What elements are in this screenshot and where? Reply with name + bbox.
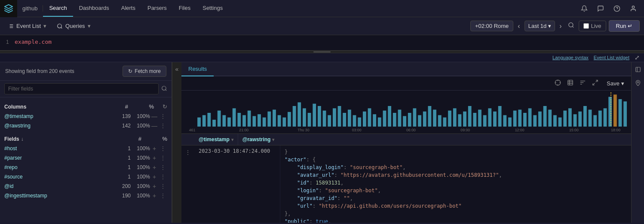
- event-list-button[interactable]: Event List ▾: [4, 21, 50, 31]
- live-checkbox[interactable]: [583, 23, 589, 29]
- svg-line-14: [166, 89, 167, 91]
- notification-icon[interactable]: [578, 2, 591, 15]
- column-timestamp-more[interactable]: ⋮: [159, 113, 167, 119]
- svg-rect-103: [523, 113, 527, 127]
- field-source-more[interactable]: ⋮: [159, 174, 167, 180]
- panel-icon[interactable]: [633, 65, 643, 76]
- expand-icon[interactable]: ⤢: [635, 54, 640, 61]
- svg-rect-99: [503, 115, 506, 127]
- language-syntax-link[interactable]: Language syntax: [552, 55, 589, 60]
- svg-text:Thu 30: Thu 30: [297, 127, 309, 132]
- nav-item-settings[interactable]: Settings: [196, 0, 229, 17]
- svg-rect-111: [563, 111, 567, 127]
- search-time-icon[interactable]: [566, 20, 576, 32]
- column-timestamp-minus[interactable]: —: [150, 113, 159, 120]
- fetch-more-button[interactable]: ↻ Fetch more: [123, 66, 166, 77]
- fullscreen-button[interactable]: [591, 78, 600, 88]
- column-rawstring-more[interactable]: ⋮: [159, 123, 167, 129]
- row-expand-button[interactable]: ⋮: [181, 145, 194, 223]
- time-range-selector[interactable]: Last 1d ▾: [524, 21, 555, 31]
- live-label: Live: [591, 23, 601, 29]
- map-icon[interactable]: [633, 78, 643, 89]
- svg-rect-83: [423, 112, 426, 127]
- field-repo-name[interactable]: #repo: [4, 164, 113, 170]
- collapse-panel-button[interactable]: «: [172, 62, 181, 223]
- next-time-button[interactable]: ›: [558, 21, 563, 32]
- chat-icon[interactable]: [594, 2, 607, 15]
- nav-org: github: [17, 5, 43, 12]
- event-list-widget-link[interactable]: Event List widget: [594, 55, 629, 60]
- right-panel: Results Save ▾ 461: [181, 62, 631, 223]
- user-icon[interactable]: [627, 2, 640, 15]
- fields-header: Fields ↓ # %: [4, 134, 167, 144]
- svg-rect-95: [483, 115, 487, 127]
- column-rawstring-name[interactable]: @rawstring: [4, 123, 113, 129]
- column-timestamp-name[interactable]: @timestamp: [4, 113, 113, 119]
- field-source-plus[interactable]: +: [150, 173, 159, 180]
- svg-rect-65: [333, 108, 336, 127]
- svg-rect-48: [248, 111, 251, 127]
- svg-rect-59: [303, 108, 306, 127]
- query-line: 1 example.com: [6, 39, 638, 45]
- collapse-icon: «: [175, 66, 179, 73]
- field-repo-more[interactable]: ⋮: [159, 164, 167, 170]
- nav-item-search[interactable]: Search: [43, 0, 73, 17]
- th-timestamp[interactable]: @timestamp ▾: [194, 134, 238, 145]
- th-rawstring-sort-icon: ▾: [272, 137, 274, 142]
- field-parser-plus[interactable]: +: [150, 154, 159, 161]
- query-text[interactable]: example.com: [15, 39, 52, 45]
- field-ingest-plus[interactable]: +: [150, 192, 159, 199]
- row-rawstring: } "actor": { "display_login": "sourcegra…: [280, 145, 631, 223]
- field-host-more[interactable]: ⋮: [159, 145, 167, 151]
- th-rawstring-label: @rawstring: [242, 136, 271, 142]
- field-repo-plus[interactable]: +: [150, 164, 159, 171]
- field-parser-more[interactable]: ⋮: [159, 155, 167, 161]
- svg-text:21:00: 21:00: [239, 127, 248, 132]
- help-icon[interactable]: [610, 2, 623, 15]
- chart-area: 461 21:00 Thu 30 03:00 06:00 09:00 12:00…: [181, 91, 631, 133]
- th-rawstring[interactable]: @rawstring ▾: [238, 134, 631, 145]
- filter-fields-input[interactable]: [4, 83, 159, 94]
- svg-point-2: [632, 6, 634, 8]
- field-id-name[interactable]: @id: [4, 183, 113, 189]
- showing-info: Showing field from 200 events ↻ Fetch mo…: [0, 62, 172, 81]
- sort-tool-button[interactable]: [578, 78, 587, 88]
- field-source-name[interactable]: #source: [4, 174, 113, 180]
- field-ingest-pct: 100%: [131, 193, 150, 199]
- field-id-count: 200: [113, 183, 131, 189]
- svg-rect-66: [338, 106, 341, 127]
- field-host-plus[interactable]: +: [150, 145, 159, 152]
- filter-search-icon[interactable]: [161, 85, 167, 93]
- svg-rect-43: [222, 115, 226, 127]
- live-toggle[interactable]: Live: [579, 21, 606, 31]
- queries-button[interactable]: Queries ▾: [53, 21, 94, 31]
- timezone-selector[interactable]: +02:00 Rome: [470, 21, 513, 31]
- svg-line-27: [596, 80, 598, 82]
- field-id-plus[interactable]: +: [150, 183, 159, 190]
- crosshair-tool-button[interactable]: [553, 78, 562, 88]
- svg-rect-113: [573, 114, 577, 127]
- nav-item-files[interactable]: Files: [173, 0, 196, 17]
- tab-results[interactable]: Results: [181, 62, 214, 76]
- nav-item-parsers[interactable]: Parsers: [141, 0, 173, 17]
- fields-title: Fields ↓: [4, 136, 24, 142]
- field-host-name[interactable]: #host: [4, 145, 113, 151]
- svg-rect-91: [463, 112, 466, 127]
- run-button[interactable]: Run ↵: [609, 20, 640, 32]
- prev-time-button[interactable]: ‹: [516, 21, 521, 32]
- column-rawstring-minus[interactable]: —: [150, 122, 159, 129]
- nav-item-alerts[interactable]: Alerts: [115, 0, 141, 17]
- save-button[interactable]: Save ▾: [603, 79, 628, 88]
- field-id-more[interactable]: ⋮: [159, 183, 167, 189]
- nav-item-dashboards[interactable]: Dashboards: [73, 0, 115, 17]
- field-ingest-more[interactable]: ⋮: [159, 193, 167, 199]
- event-list-chevron: ▾: [43, 23, 46, 29]
- field-parser-name[interactable]: #parser: [4, 155, 113, 161]
- field-repo-pct: 100%: [131, 164, 150, 170]
- svg-line-28: [593, 83, 595, 85]
- field-parser-pct: 100%: [131, 155, 150, 161]
- field-ingest-name[interactable]: @ingesttimestamp: [4, 193, 113, 199]
- columns-refresh-icon[interactable]: ↻: [163, 103, 167, 110]
- th-timestamp-sort-icon: ▾: [231, 137, 233, 142]
- table-tool-button[interactable]: [566, 78, 575, 88]
